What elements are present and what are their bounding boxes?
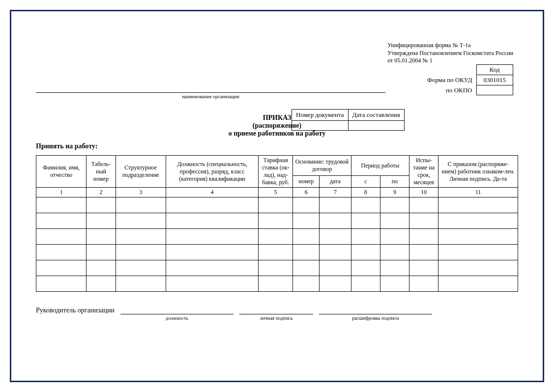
th-col5: Тарифная ставка (ок-лад), над-бавка, руб…	[259, 156, 293, 188]
cell[interactable]	[380, 276, 409, 292]
cell[interactable]	[438, 276, 518, 292]
cell[interactable]	[409, 197, 438, 213]
numrow-6: 6	[293, 188, 320, 197]
th-group6: Основание: трудовой договор	[293, 156, 351, 176]
cell[interactable]	[320, 197, 351, 213]
cell[interactable]	[293, 197, 320, 213]
cell[interactable]	[166, 260, 258, 276]
cell[interactable]	[380, 197, 409, 213]
cell[interactable]	[409, 276, 438, 292]
th-col9: по	[380, 176, 409, 188]
th-col10: Испы-тание на срок, месяцев	[409, 156, 438, 188]
cell[interactable]	[438, 213, 518, 229]
cell[interactable]	[116, 197, 166, 213]
cell[interactable]	[166, 229, 258, 245]
title-sub1: (распоряжение)	[36, 122, 518, 130]
cell[interactable]	[438, 245, 518, 260]
table-row	[36, 229, 518, 245]
cell[interactable]	[380, 229, 409, 245]
cell[interactable]	[259, 197, 293, 213]
cell[interactable]	[293, 276, 320, 292]
th-col11: С приказом (распоряже-нием) работник озн…	[438, 156, 518, 188]
numrow-8: 8	[351, 188, 380, 197]
cell[interactable]	[116, 213, 166, 229]
cell[interactable]	[259, 260, 293, 276]
cell[interactable]	[293, 229, 320, 245]
document-page: Унифицированная форма № Т-1а Утверждена …	[10, 10, 544, 382]
cell[interactable]	[438, 229, 518, 245]
cell[interactable]	[320, 276, 351, 292]
cell[interactable]	[166, 197, 258, 213]
cell[interactable]	[259, 229, 293, 245]
cell[interactable]	[87, 276, 116, 292]
cell[interactable]	[87, 245, 116, 260]
cell[interactable]	[351, 213, 380, 229]
numrow-3: 3	[116, 188, 166, 197]
cell[interactable]	[259, 276, 293, 292]
okpo-value[interactable]	[476, 85, 513, 95]
cell[interactable]	[409, 229, 438, 245]
cell[interactable]	[87, 229, 116, 245]
th-group8: Период работы	[351, 156, 409, 176]
cell[interactable]	[320, 229, 351, 245]
cell[interactable]	[116, 229, 166, 245]
doc-number-value[interactable]	[292, 121, 349, 131]
cell[interactable]	[351, 276, 380, 292]
cell[interactable]	[36, 229, 87, 245]
cell[interactable]	[380, 245, 409, 260]
cell[interactable]	[116, 245, 166, 260]
okud-value[interactable]: 0301015	[476, 75, 513, 85]
decoding-line[interactable]: расшифровка подписи	[319, 307, 432, 314]
organization-name-line[interactable]	[36, 84, 385, 93]
numrow-7: 7	[320, 188, 351, 197]
table-row	[36, 245, 518, 260]
numrow-10: 10	[409, 188, 438, 197]
cell[interactable]	[36, 260, 87, 276]
cell[interactable]	[351, 197, 380, 213]
cell[interactable]	[259, 213, 293, 229]
cell[interactable]	[36, 197, 87, 213]
cell[interactable]	[438, 260, 518, 276]
doc-date-value[interactable]	[348, 121, 404, 131]
table-row	[36, 197, 518, 213]
th-col7: дата	[320, 176, 351, 188]
numrow-2: 2	[87, 188, 116, 197]
cell[interactable]	[320, 260, 351, 276]
position-caption: должность	[120, 315, 233, 321]
cell[interactable]	[351, 229, 380, 245]
cell[interactable]	[409, 213, 438, 229]
cell[interactable]	[36, 213, 87, 229]
numrow-5: 5	[259, 188, 293, 197]
cell[interactable]	[36, 245, 87, 260]
numrow-1: 1	[36, 188, 87, 197]
cell[interactable]	[320, 245, 351, 260]
cell[interactable]	[438, 197, 518, 213]
cell[interactable]	[87, 197, 116, 213]
organization-caption: наименование организации	[36, 94, 385, 99]
th-col3: Структурное подразделение	[116, 156, 166, 188]
cell[interactable]	[87, 260, 116, 276]
personal-signature-line[interactable]: личная подпись	[239, 307, 313, 314]
position-line[interactable]: должность	[120, 307, 233, 314]
cell[interactable]	[380, 260, 409, 276]
cell[interactable]	[259, 245, 293, 260]
cell[interactable]	[351, 260, 380, 276]
cell[interactable]	[166, 276, 258, 292]
cell[interactable]	[116, 276, 166, 292]
cell[interactable]	[320, 213, 351, 229]
cell[interactable]	[166, 245, 258, 260]
th-col6: номер	[293, 176, 320, 188]
cell[interactable]	[293, 213, 320, 229]
cell[interactable]	[87, 213, 116, 229]
cell[interactable]	[351, 245, 380, 260]
cell[interactable]	[293, 245, 320, 260]
cell[interactable]	[36, 276, 87, 292]
cell[interactable]	[409, 260, 438, 276]
cell[interactable]	[380, 213, 409, 229]
cell[interactable]	[409, 245, 438, 260]
cell[interactable]	[116, 260, 166, 276]
cell[interactable]	[166, 213, 258, 229]
form-info-block: Унифицированная форма № Т-1а Утверждена …	[387, 42, 513, 65]
cell[interactable]	[293, 260, 320, 276]
th-col8: с	[351, 176, 380, 188]
